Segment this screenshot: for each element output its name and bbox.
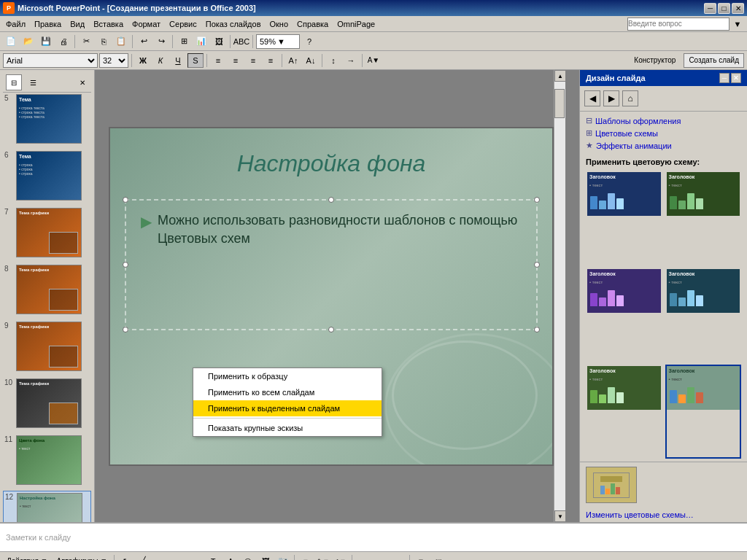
slide-thumb-11[interactable]: 11 Цвета фона • текст [3, 434, 91, 486]
minimize-button[interactable]: ─ [704, 3, 716, 14]
color-schemes-link[interactable]: ⊞ Цветовые схемы [586, 127, 741, 139]
slide-thumb-6[interactable]: 6 Тема • строка• строка• строка [3, 149, 91, 202]
scheme-item-6[interactable]: Заголовок • текст [665, 365, 742, 459]
fill-color-button[interactable]: ▼ [298, 554, 314, 561]
align-center-button[interactable]: ≡ [228, 53, 244, 68]
ctx-apply-template[interactable]: Применить к образцу [193, 368, 382, 384]
menu-file[interactable]: Файл [1, 18, 30, 30]
clipart-button[interactable]: 🖼 [258, 554, 274, 561]
undo-button[interactable]: ↩ [136, 34, 152, 49]
underline-button[interactable]: Ч [170, 53, 186, 68]
bold-button[interactable]: Ж [135, 53, 151, 68]
cursor-button[interactable]: ↖ [117, 554, 133, 561]
scheme-item-2[interactable]: Заголовок • текст [665, 171, 742, 265]
picture-button[interactable]: 📷 [275, 554, 291, 561]
3d-button[interactable]: ⬚ [430, 554, 446, 561]
slide-thumb-9[interactable]: 9 Тема графики [3, 320, 91, 373]
menu-insert[interactable]: Вставка [89, 18, 128, 30]
slide-thumb-10[interactable]: 10 Тема графики [3, 377, 91, 429]
slide-thumb-7[interactable]: 7 Тема графики [3, 206, 91, 259]
oval-button[interactable]: ○ [187, 554, 204, 561]
scheme-item-3[interactable]: Заголовок • текст [586, 268, 662, 362]
scroll-thumb[interactable] [554, 89, 565, 118]
handle-mr[interactable] [534, 262, 540, 268]
handle-bl[interactable] [123, 327, 128, 332]
slide-thumb-8[interactable]: 8 Тема графики [3, 263, 91, 316]
close-button[interactable]: ✕ [732, 3, 744, 14]
line-spacing-button[interactable]: ↕ [325, 53, 341, 68]
ctx-apply-all[interactable]: Применить ко всем слайдам [193, 384, 382, 400]
notes-area[interactable]: Заметки к слайду [0, 522, 747, 551]
handle-tl[interactable] [123, 197, 128, 203]
decrease-font-button[interactable]: A↓ [303, 53, 319, 68]
slides-tab[interactable]: ⊟ [6, 74, 22, 90]
spell-check-button[interactable]: ABC [233, 34, 249, 49]
actions-menu-button[interactable]: Действия ▼ [3, 554, 52, 561]
constructor-button[interactable]: Конструктор [629, 53, 681, 68]
dash-style-button[interactable]: ⋯ [373, 554, 389, 561]
slide-thumb-5[interactable]: 5 Тема • строка текста• строка текста• с… [3, 93, 91, 145]
wordart-button[interactable]: A [222, 554, 239, 561]
align-right-button[interactable]: ≡ [245, 53, 261, 68]
insert-chart-button[interactable]: 📊 [193, 34, 209, 49]
bullets-button[interactable]: ≡ [263, 53, 279, 68]
size-selector[interactable]: 32 [99, 53, 128, 68]
increase-font-button[interactable]: A↑ [285, 53, 301, 68]
help-search-input[interactable] [627, 18, 729, 31]
insert-table-button[interactable]: ⊞ [176, 34, 192, 49]
nav-home-button[interactable]: ⌂ [622, 90, 638, 106]
handle-ml[interactable] [123, 262, 128, 268]
arrow-button[interactable]: → [152, 554, 169, 561]
open-button[interactable]: 📂 [20, 34, 36, 49]
help-dropdown-btn[interactable]: ▼ [729, 17, 746, 31]
panel-minimize-button[interactable]: ─ [719, 73, 729, 83]
maximize-button[interactable]: □ [718, 3, 730, 14]
menu-view[interactable]: Вид [66, 18, 89, 30]
menu-edit[interactable]: Правка [30, 18, 66, 30]
insert-clip-button[interactable]: 🖼 [211, 34, 227, 49]
slide-thumb-12[interactable]: 12 Настройка фона • текст [3, 491, 91, 522]
scroll-down-button[interactable]: ▼ [554, 510, 566, 522]
panel-close-button[interactable]: ✕ [77, 77, 88, 88]
slide-content-box[interactable]: ▶ Можно использовать разновидности шабло… [125, 199, 538, 330]
scheme-item-5[interactable]: Заголовок • текст [586, 365, 662, 459]
align-left-button[interactable]: ≡ [210, 53, 226, 68]
change-schemes-link[interactable]: Изменить цветовые схемы… [580, 508, 747, 522]
menu-help[interactable]: Справка [293, 18, 333, 30]
shadow-style-button[interactable]: □ [413, 554, 429, 561]
textbox-button[interactable]: T [205, 554, 221, 561]
menu-omnipage[interactable]: OmniPage [333, 18, 379, 30]
arrow-style-button[interactable]: → [390, 554, 406, 561]
scroll-track[interactable] [554, 82, 565, 510]
font-color-button[interactable]: A▼ [365, 53, 382, 68]
italic-button[interactable]: К [152, 53, 169, 68]
paste-button[interactable]: 📋 [113, 34, 129, 49]
ctx-large-thumbnails[interactable]: Показать крупные эскизы [193, 420, 382, 436]
outline-tab[interactable]: ☰ [25, 74, 41, 90]
copy-button[interactable]: ⎘ [96, 34, 112, 49]
panel-close-btn[interactable]: ✕ [731, 73, 741, 83]
zoom-dropdown[interactable]: 59%▼ [256, 34, 300, 49]
line-color-button[interactable]: ✎▼ [315, 554, 331, 561]
cut-button[interactable]: ✂ [78, 34, 94, 49]
shadow-button[interactable]: S [187, 53, 204, 68]
print-button[interactable]: 🖨 [55, 34, 71, 49]
create-slide-button[interactable]: Создать слайд [684, 53, 744, 68]
diagram-button[interactable]: ◎ [240, 554, 256, 561]
handle-tm[interactable] [328, 197, 334, 203]
handle-br[interactable] [534, 327, 540, 332]
templates-link[interactable]: ⊟ Шаблоны оформления [586, 114, 741, 127]
scheme-item-4[interactable]: Заголовок • текст [665, 268, 742, 362]
slide-canvas[interactable]: Настройка фона ▶ Можно использовать разн… [109, 127, 554, 466]
menu-window[interactable]: Окно [266, 18, 293, 30]
rect-button[interactable]: ▭ [170, 554, 186, 561]
slide-title[interactable]: Настройка фона [110, 128, 552, 192]
font-selector[interactable]: Arial [3, 53, 98, 68]
nav-back-button[interactable]: ◀ [584, 90, 600, 106]
handle-tr[interactable] [534, 197, 540, 203]
autoshapes-menu-button[interactable]: Автофигуры ▼ [53, 554, 112, 561]
nav-forward-button[interactable]: ▶ [603, 90, 619, 106]
line-button[interactable]: ╱ [135, 554, 151, 561]
menu-tools[interactable]: Сервис [165, 18, 201, 30]
ctx-apply-selected[interactable]: Применить к выделенным слайдам [193, 400, 382, 416]
